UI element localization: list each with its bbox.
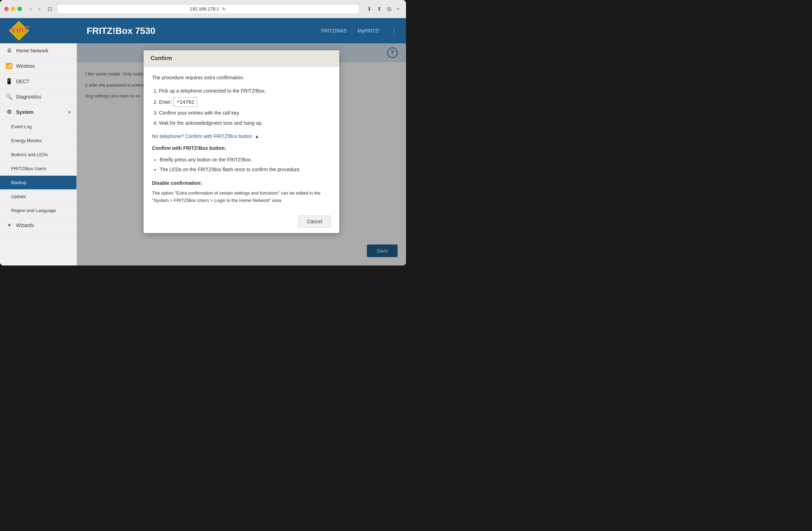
content-area: ? f the same model. Only selected y afte…: [77, 43, 406, 266]
dialog-body: The procedure requires extra confirmatio…: [144, 67, 339, 211]
fritz-nas-link[interactable]: FRITZ!NAS: [321, 28, 346, 34]
dialog-step-1: Pick up a telephone connected to the FRI…: [159, 87, 331, 95]
sidebar-item-region-language[interactable]: Region and Language: [0, 204, 77, 218]
sidebar-item-wizards[interactable]: ✦ Wizards: [0, 218, 77, 233]
wireless-icon: 📶: [6, 63, 13, 69]
sidebar-label: Region and Language: [11, 208, 71, 213]
sidebar-item-system[interactable]: ⚙ System ∧: [0, 104, 77, 120]
myfritz-link[interactable]: MyFRITZ!: [358, 28, 379, 34]
back-button[interactable]: ‹: [28, 5, 34, 14]
toggle-fritzbox-button-link[interactable]: No telephone? Confirm with FRITZ!Box but…: [152, 132, 331, 140]
header-title: FRITZ!Box 7530: [78, 26, 321, 36]
tabs-button[interactable]: ⧉: [385, 4, 393, 14]
forward-button[interactable]: ›: [36, 5, 42, 14]
sidebar-label: Home Network: [16, 48, 71, 53]
disable-text: The option "Extra confirmation of certai…: [152, 190, 331, 204]
sidebar-item-update[interactable]: Update: [0, 190, 77, 204]
sidebar-label: Energy Monitor: [11, 138, 71, 143]
sidebar-label: System: [16, 109, 64, 115]
sidebar: 🖥 Home Network 📶 Wireless 📱 DECT 🔍 Diagn…: [0, 43, 77, 266]
sidebar-item-fritzbox-users[interactable]: FRITZ!Box Users: [0, 162, 77, 176]
sidebar-item-energy-monitor[interactable]: Energy Monitor: [0, 134, 77, 148]
sidebar-label: Update: [11, 194, 71, 199]
dialog-step-2: Enter: *14702: [159, 97, 331, 107]
system-icon: ⚙: [6, 109, 13, 115]
minimize-button[interactable]: [11, 7, 15, 11]
browser-actions: ⬇ ⬆ ⧉ +: [365, 4, 402, 14]
toggle-link-text: No telephone? Confirm with FRITZ!Box but…: [152, 132, 252, 140]
confirm-dialog: Confirm The procedure requires extra con…: [144, 50, 339, 233]
sidebar-label: DECT: [16, 79, 71, 84]
sidebar-item-wireless[interactable]: 📶 Wireless: [0, 58, 77, 74]
new-tab-button[interactable]: +: [394, 4, 402, 14]
dect-icon: 📱: [6, 78, 13, 85]
bullet-item-1: Briefly press any button on the FRITZ!Bo…: [160, 156, 331, 163]
dialog-step-4: Wait for the acknowledgment tone and han…: [159, 119, 331, 127]
sidebar-label: Diagnostics: [16, 94, 71, 100]
cancel-button[interactable]: Cancel: [298, 216, 331, 227]
sidebar-label: Wizards: [16, 223, 71, 228]
header-nav: FRITZ!NAS MyFRITZ! ⋮: [321, 27, 398, 35]
sidebar-label: Buttons and LEDs: [11, 152, 71, 157]
home-network-icon: 🖥: [6, 48, 13, 54]
sidebar-toggle-button[interactable]: ⊡: [45, 4, 54, 14]
dialog-steps: Pick up a telephone connected to the FRI…: [152, 87, 331, 127]
fritzbox-section-title: Confirm with FRITZ!Box button:: [152, 144, 331, 152]
address-text: 192.168.178.1: [190, 6, 219, 12]
download-button[interactable]: ⬇: [365, 4, 374, 14]
sidebar-item-event-log[interactable]: Event Log: [0, 120, 77, 134]
main-layout: 🖥 Home Network 📶 Wireless 📱 DECT 🔍 Diagn…: [0, 43, 406, 266]
browser-chrome: ‹ › ⊡ 192.168.178.1 ↻ ⬇ ⬆ ⧉ +: [0, 0, 406, 18]
sidebar-label: Event Log: [11, 124, 71, 129]
traffic-lights: [4, 7, 22, 11]
sidebar-label: Backup: [11, 180, 71, 185]
dialog-intro: The procedure requires extra confirmatio…: [152, 74, 331, 81]
dialog-footer: Cancel: [144, 211, 339, 233]
sidebar-label: Wireless: [16, 63, 71, 69]
maximize-button[interactable]: [17, 7, 22, 11]
dialog-overlay: Confirm The procedure requires extra con…: [77, 43, 406, 266]
header-more-button[interactable]: ⋮: [391, 27, 398, 35]
sidebar-item-dect[interactable]: 📱 DECT: [0, 74, 77, 89]
sidebar-item-home-network[interactable]: 🖥 Home Network: [0, 43, 77, 58]
disable-section-title: Disable confirmation:: [152, 179, 331, 187]
diagnostics-icon: 🔍: [6, 93, 13, 100]
sidebar-item-diagnostics[interactable]: 🔍 Diagnostics: [0, 89, 77, 104]
share-button[interactable]: ⬆: [375, 4, 384, 14]
app-header: FRITZ FRITZ FRITZ!Box 7530 FRITZ!NAS MyF…: [0, 18, 406, 43]
fritz-logo: FRITZ FRITZ: [8, 20, 29, 41]
browser-window: ‹ › ⊡ 192.168.178.1 ↻ ⬇ ⬆ ⧉ + FRITZ FRIT…: [0, 0, 406, 266]
dialog-header: Confirm: [144, 50, 339, 67]
app-body: FRITZ FRITZ FRITZ!Box 7530 FRITZ!NAS MyF…: [0, 18, 406, 266]
reload-button[interactable]: ↻: [222, 6, 226, 12]
toggle-arrow-icon: ▲: [254, 132, 259, 140]
logo-area: FRITZ FRITZ: [8, 20, 78, 41]
dial-code: *14702: [173, 97, 197, 107]
wizards-icon: ✦: [6, 222, 13, 228]
sidebar-item-backup[interactable]: Backup: [0, 176, 77, 190]
sidebar-item-buttons-leds[interactable]: Buttons and LEDs: [0, 148, 77, 162]
chevron-up-icon: ∧: [68, 110, 71, 115]
dialog-step-3: Confirm your entries with the call key.: [159, 109, 331, 117]
fritzbox-bullet-list: Briefly press any button on the FRITZ!Bo…: [152, 156, 331, 174]
close-button[interactable]: [4, 7, 9, 11]
address-bar[interactable]: 192.168.178.1 ↻: [57, 4, 359, 14]
sidebar-label: FRITZ!Box Users: [11, 166, 71, 171]
bullet-item-2: The LEDs on the FRITZ!Box flash once to …: [160, 166, 331, 173]
